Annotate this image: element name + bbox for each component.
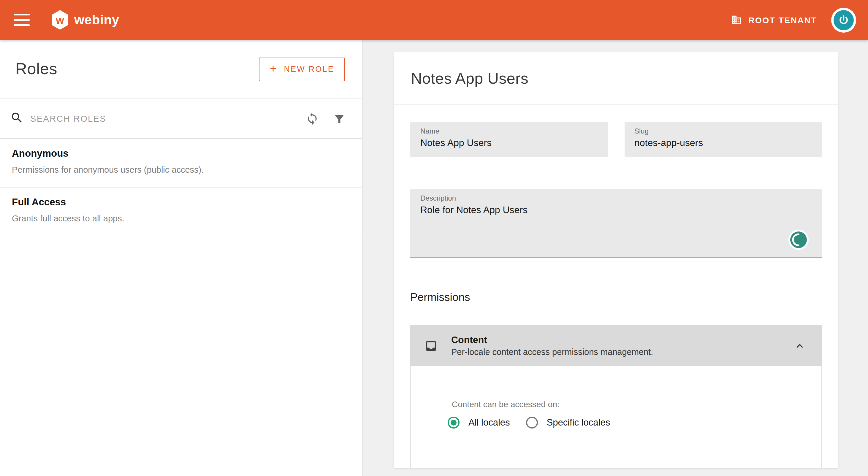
role-detail-header: Notes App Users	[394, 52, 838, 105]
role-item-title: Anonymous	[12, 148, 350, 159]
content-access-label: Content can be accessed on:	[452, 400, 821, 409]
description-field[interactable]: Description Role for Notes App Users	[410, 189, 822, 258]
loading-spinner-icon	[788, 230, 809, 250]
name-slug-row: Name Notes App Users Slug notes-app-user…	[410, 122, 822, 157]
new-role-button[interactable]: + NEW ROLE	[259, 57, 345, 81]
webiny-admin-app: W webiny ROOT TENANT	[0, 0, 868, 476]
locales-radio-group: All locales Specific locales	[448, 417, 821, 429]
radio-option-specific-locales[interactable]: Specific locales	[526, 417, 610, 429]
roles-search-bar	[0, 99, 362, 139]
slug-field-value[interactable]: notes-app-users	[634, 138, 812, 148]
tenant-building-icon	[731, 14, 742, 26]
role-item-description: Grants full access to all apps.	[12, 214, 350, 223]
description-field-value[interactable]: Role for Notes App Users	[420, 205, 812, 216]
roles-list-panel: Roles + NEW ROLE	[0, 40, 362, 476]
content-accordion-body: Content can be accessed on: All locales …	[410, 366, 822, 468]
search-icon	[10, 111, 24, 127]
roles-panel-header: Roles + NEW ROLE	[0, 40, 362, 99]
content-accordion-header[interactable]: Content Per-locale content access permis…	[410, 325, 822, 366]
svg-text:W: W	[56, 16, 64, 26]
webiny-logo[interactable]: W webiny	[51, 10, 119, 30]
role-item-title: Full Access	[12, 196, 350, 208]
description-field-label: Description	[420, 194, 812, 202]
menu-icon[interactable]	[14, 14, 30, 26]
permissions-heading: Permissions	[410, 291, 822, 304]
role-detail-card: Notes App Users Name Notes App Users Slu…	[394, 52, 838, 468]
radio-selected-icon[interactable]	[448, 417, 460, 429]
content-accordion-title: Content	[451, 335, 653, 345]
chevron-up-icon[interactable]	[791, 337, 809, 355]
topbar-left: W webiny	[14, 10, 119, 30]
filter-icon[interactable]	[330, 109, 349, 128]
radio-option-label: All locales	[468, 417, 510, 428]
content-accordion-titles: Content Per-locale content access permis…	[451, 335, 653, 357]
tenant-selector[interactable]: ROOT TENANT	[731, 14, 817, 26]
role-detail-form: Name Notes App Users Slug notes-app-user…	[394, 122, 838, 468]
name-field-value[interactable]: Notes App Users	[420, 138, 597, 148]
role-list-item-full-access[interactable]: Full Access Grants full access to all ap…	[0, 188, 362, 236]
power-icon	[834, 10, 854, 30]
radio-unselected-icon[interactable]	[526, 417, 538, 429]
slug-field[interactable]: Slug notes-app-users	[624, 122, 822, 157]
role-list-item-anonymous[interactable]: Anonymous Permissions for anonymous user…	[0, 139, 362, 188]
role-item-description: Permissions for anonymous users (public …	[12, 165, 350, 174]
search-roles-input[interactable]	[29, 114, 295, 124]
inbox-icon	[425, 339, 438, 352]
content-accordion-subtitle: Per-locale content access permissions ma…	[451, 347, 653, 357]
name-field-label: Name	[420, 127, 597, 135]
radio-option-all-locales[interactable]: All locales	[448, 417, 510, 429]
role-detail-title: Notes App Users	[411, 69, 528, 88]
refresh-icon[interactable]	[302, 108, 322, 129]
tenant-label: ROOT TENANT	[748, 15, 817, 25]
topbar-right: ROOT TENANT	[731, 7, 856, 32]
new-role-button-label: NEW ROLE	[284, 65, 334, 73]
user-avatar[interactable]	[831, 7, 856, 32]
name-field[interactable]: Name Notes App Users	[410, 122, 608, 157]
page-title: Roles	[16, 60, 57, 78]
role-detail-area: Notes App Users Name Notes App Users Slu…	[362, 40, 868, 476]
radio-option-label: Specific locales	[547, 417, 610, 428]
webiny-logo-text: webiny	[74, 12, 119, 28]
slug-field-label: Slug	[634, 127, 812, 135]
top-app-bar: W webiny ROOT TENANT	[0, 0, 868, 40]
webiny-logo-icon: W	[51, 10, 69, 30]
plus-icon: +	[270, 62, 277, 75]
content-permissions-accordion: Content Per-locale content access permis…	[410, 325, 822, 468]
